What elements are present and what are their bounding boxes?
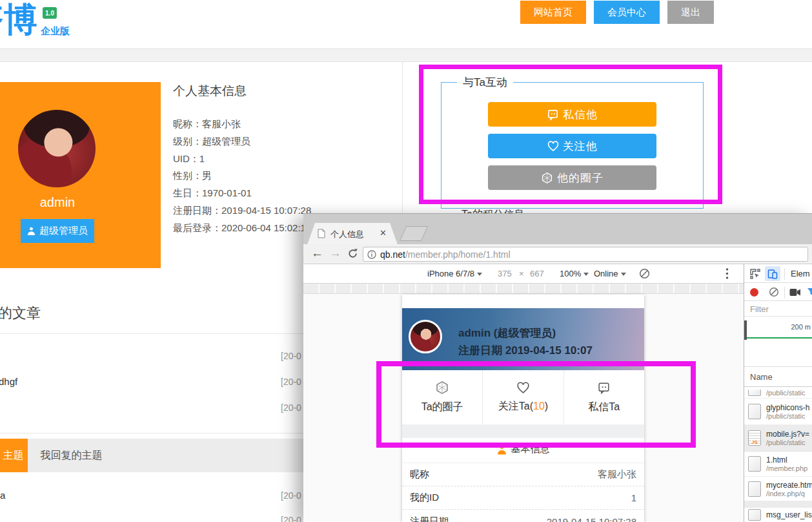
- nav-member-button[interactable]: 会员中心: [594, 1, 660, 24]
- highlight-box-interact: [419, 65, 722, 204]
- viewport-width[interactable]: 375: [498, 269, 512, 278]
- url-host: qb.net: [380, 249, 405, 260]
- next-fieldset-legend-clipped: Ta的积分信息: [462, 208, 524, 213]
- toolbar-separator: [784, 287, 785, 298]
- screen: 齐博 企业版 1.0 网站首页 会员中心 退出 admin 超级管理员 个人基本…: [0, 0, 812, 522]
- request-name: glyphicons-h: [766, 403, 809, 412]
- info-label: 级别：: [173, 136, 202, 147]
- device-toolbar-toggle-icon[interactable]: [765, 266, 780, 281]
- panel-toolbar-network: [744, 284, 812, 301]
- more-options-icon[interactable]: [726, 267, 729, 280]
- nav-home-button[interactable]: 网站首页: [520, 1, 586, 24]
- row-label: 注册日期: [410, 516, 449, 522]
- throttle-select[interactable]: Online: [594, 269, 626, 278]
- chevron-down-icon: [477, 273, 482, 276]
- profile-username: admin: [0, 195, 115, 210]
- address-bar: ← → qb.net/member.php/home/1.html: [303, 244, 812, 264]
- topic-link[interactable]: a: [0, 490, 5, 501]
- info-value: 1970-01-01: [202, 187, 252, 198]
- mobile-info-row: 我的ID 1: [402, 486, 644, 510]
- clear-icon[interactable]: [769, 287, 779, 297]
- name-column-header[interactable]: Name: [744, 367, 812, 387]
- chevron-down-icon: [621, 273, 626, 276]
- devtools-device-toolbar: iPhone 6/7/8 375 × 667 100% Online: [303, 264, 744, 284]
- info-row: UID：1: [173, 153, 205, 165]
- request-path: /public/static: [766, 389, 806, 397]
- zoom-select[interactable]: 100%: [560, 269, 589, 278]
- network-filter-input[interactable]: Filter: [750, 304, 769, 314]
- record-icon[interactable]: [750, 288, 758, 297]
- article-link[interactable]: dhgf: [0, 376, 17, 387]
- site-header: 齐博 企业版 1.0 网站首页 会员中心 退出: [0, 0, 812, 48]
- browser-tabstrip: 个人信息 ✕: [303, 213, 812, 244]
- tab-close-icon[interactable]: ✕: [380, 228, 387, 238]
- request-row[interactable]: JS mobile.js?v= /public/static: [744, 425, 812, 452]
- row-value: 1: [631, 492, 636, 503]
- avatar: [18, 110, 96, 187]
- browser-tab[interactable]: 个人信息 ✕: [307, 223, 398, 245]
- highlight-box-mobile-actions: [376, 361, 696, 448]
- info-label: 昵称：: [173, 118, 202, 129]
- network-overview[interactable]: 200 m: [744, 317, 812, 367]
- profile-card: admin 超级管理员: [0, 82, 161, 268]
- request-name: msg_user_list: [766, 510, 812, 519]
- page-icon: [318, 229, 325, 238]
- row-label: 我的ID: [410, 492, 439, 504]
- browser-tab-title: 个人信息: [330, 229, 364, 240]
- info-label: 性别：: [173, 170, 202, 181]
- info-row: 级别：超级管理员: [173, 136, 250, 148]
- elements-tab[interactable]: Elem: [791, 269, 810, 278]
- request-row[interactable]: 1.html /member.php: [744, 452, 812, 477]
- reload-icon[interactable]: [347, 248, 358, 259]
- nav-logout-button[interactable]: 退出: [667, 1, 714, 24]
- articles-title: 的文章: [0, 304, 41, 323]
- camera-icon[interactable]: [789, 288, 801, 297]
- file-icon: [748, 481, 761, 497]
- request-row[interactable]: /public/static: [744, 387, 812, 399]
- info-row: 昵称：客服小张: [173, 118, 241, 130]
- info-label: 最后登录：: [173, 222, 221, 233]
- request-row[interactable]: glyphicons-h /public/static: [744, 399, 812, 425]
- info-value: 2020-06-04 15:02:12: [221, 222, 311, 233]
- overview-time-label: 200 m: [791, 323, 811, 331]
- device-select[interactable]: iPhone 6/7/8: [427, 269, 482, 278]
- request-path: /member.php: [766, 465, 807, 472]
- forward-icon[interactable]: →: [329, 246, 341, 260]
- row-value: 2019-04-15 10:07:28: [547, 516, 636, 522]
- info-value: 2019-04-15 10:07:28: [221, 205, 311, 216]
- info-row: 注册日期：2019-04-15 10:07:28: [173, 205, 311, 217]
- url-field[interactable]: qb.net/member.php/home/1.html: [363, 247, 808, 262]
- article-date: [20-0: [281, 377, 301, 387]
- basic-info-title: 个人基本信息: [173, 83, 247, 99]
- viewport-height[interactable]: 667: [530, 269, 544, 278]
- info-label: UID：: [173, 153, 199, 164]
- site-logo[interactable]: 齐博: [0, 1, 37, 37]
- request-row[interactable]: msg_user_list: [744, 508, 812, 522]
- file-icon: [748, 456, 761, 472]
- row-shade: [744, 501, 812, 508]
- mobile-info-row: 注册日期 2019-04-15 10:07:28: [402, 510, 644, 522]
- js-file-icon: JS: [748, 430, 761, 446]
- mobile-regdate: 注册日期 2019-04-15 10:07: [458, 343, 593, 358]
- role-badge-button[interactable]: 超级管理员: [21, 219, 94, 243]
- tab-my-replies[interactable]: 我回复的主题: [28, 439, 115, 472]
- chevron-down-icon: [584, 273, 589, 276]
- dimension-times: ×: [519, 269, 524, 278]
- url-path: /member.php/home/1.html: [405, 249, 511, 260]
- request-path: /index.php/q: [766, 490, 812, 497]
- request-row[interactable]: mycreate.htm /index.php/q: [744, 477, 812, 501]
- inspect-cursor-icon[interactable]: [749, 268, 761, 280]
- row-label: 昵称: [410, 468, 429, 481]
- no-throttle-icon[interactable]: [639, 268, 650, 279]
- panel-toolbar-top: Elem: [744, 264, 812, 283]
- filter-funnel-icon[interactable]: [807, 287, 812, 297]
- info-row: 性别：男: [173, 170, 212, 182]
- logo-edition: 企业版: [41, 25, 70, 37]
- new-tab-button[interactable]: [400, 226, 428, 241]
- file-icon: [748, 509, 761, 521]
- file-icon: [748, 404, 761, 419]
- row-value: 客服小张: [598, 468, 636, 481]
- tab-my-topics[interactable]: 主题: [0, 439, 28, 472]
- back-icon[interactable]: ←: [311, 246, 323, 260]
- name-column-label: Name: [750, 372, 773, 382]
